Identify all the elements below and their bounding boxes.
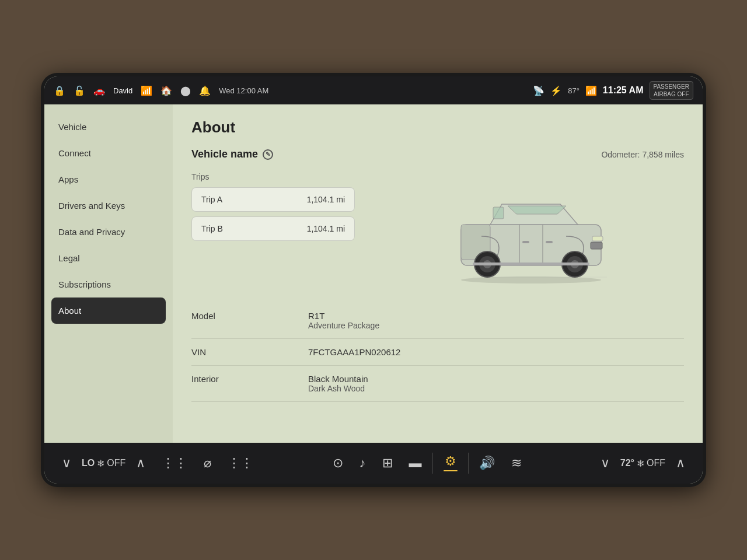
content-panel: About Vehicle name ✎ Odometer: 7,858 mil… (173, 104, 703, 443)
clock-display: 11:25 AM (603, 85, 644, 96)
unlock-icon: 🔓 (74, 85, 85, 96)
sidebar-item-legal[interactable]: Legal (44, 245, 173, 271)
svg-rect-6 (522, 241, 529, 243)
vehicle-name-row: Vehicle name ✎ Odometer: 7,858 miles (191, 148, 684, 160)
right-temp-display: 72° ❄ OFF (620, 458, 665, 469)
svg-rect-7 (546, 241, 553, 243)
edit-vehicle-name-icon[interactable]: ✎ (263, 149, 273, 160)
svg-rect-2 (493, 207, 504, 219)
vin-row: VIN 7FCTGAAA1PN020612 (191, 339, 684, 366)
divider-2 (468, 453, 469, 474)
chevron-up-left-icon: ∧ (136, 457, 145, 470)
user-name: David (113, 86, 132, 95)
trips-label: Trips (191, 172, 355, 181)
sidebar-item-vehicle[interactable]: Vehicle (44, 114, 173, 140)
screen: 🔒 🔓 🚗 David 📶 🏠 ⬤ 🔔 Wed 12:00 AM 📡 ⚡ 87°… (44, 76, 703, 484)
seat-heat-right-button[interactable]: ⋮⋮ (222, 453, 259, 473)
interior-row: Interior Black Mountain Dark Ash Wood (191, 366, 684, 402)
seat-heat-left-icon: ⋮⋮ (162, 457, 187, 470)
page-title: About (191, 118, 684, 136)
svg-rect-16 (591, 242, 602, 249)
sidebar-item-data-privacy[interactable]: Data and Privacy (44, 219, 173, 245)
bottom-bar: ∨ LO ❄ OFF ∧ ⋮⋮ ⌀ ⋮⋮ ⊙ (44, 443, 703, 484)
screen-bezel: 🔒 🔓 🚗 David 📶 🏠 ⬤ 🔔 Wed 12:00 AM 📡 ⚡ 87°… (41, 73, 706, 487)
trip-b-miles: 1,104.1 mi (307, 224, 345, 233)
airbag-badge: PASSENGERAIRBAG OFF (650, 81, 694, 100)
volume-button[interactable]: 🔊 (473, 453, 501, 473)
music-icon: ♪ (359, 457, 366, 470)
fan-icon-left: ❄ (97, 458, 104, 469)
svg-rect-15 (592, 236, 603, 241)
compass-icon: ⊙ (333, 457, 343, 470)
wifi-icon: 📶 (141, 85, 152, 96)
alexa-icon: ⬤ (180, 85, 191, 96)
trip-b-card[interactable]: Trip B 1,104.1 mi (191, 216, 355, 241)
model-label: Model (191, 311, 308, 330)
car-illustration: R (426, 172, 624, 289)
bluetooth-icon: ⚡ (550, 85, 562, 96)
temp-display: 87° (568, 86, 580, 95)
steering-heat-icon: ⌀ (204, 457, 211, 470)
passenger-heat-icon: ≋ (511, 457, 522, 470)
car-illustration-area: R (366, 172, 684, 289)
main-content: Vehicle Connect Apps Drivers and Keys Da… (44, 104, 703, 443)
steering-heat-button[interactable]: ⌀ (198, 453, 217, 473)
grid-icon: ⊞ (382, 457, 393, 470)
interior-label: Interior (191, 374, 308, 393)
seat-heat-left-button[interactable]: ⋮⋮ (156, 453, 193, 473)
sidebar-item-apps[interactable]: Apps (44, 166, 173, 192)
music-button[interactable]: ♪ (354, 453, 372, 473)
apps-button[interactable]: ⊞ (376, 453, 399, 473)
trip-a-card[interactable]: Trip A 1,104.1 mi (191, 187, 355, 212)
chevron-down-left-icon: ∨ (62, 457, 71, 470)
nav-button[interactable]: ⊙ (327, 453, 349, 473)
divider (432, 453, 433, 474)
trips-section: Trips Trip A 1,104.1 mi Trip B 1,104.1 m… (191, 172, 355, 289)
settings-button[interactable]: ⚙ (438, 452, 463, 475)
speaker-icon: 🔊 (479, 457, 495, 470)
temp-down-left-button[interactable]: ∨ (56, 453, 77, 473)
lock-icon: 🔒 (54, 85, 65, 96)
trip-a-miles: 1,104.1 mi (307, 195, 345, 204)
model-value: R1T Adventure Package (308, 311, 379, 330)
gear-icon: ⚙ (445, 455, 456, 468)
vin-label: VIN (191, 347, 308, 357)
trip-b-name: Trip B (201, 224, 223, 233)
signal-icon: 📡 (533, 85, 544, 96)
vin-value: 7FCTGAAA1PN020612 (308, 347, 400, 357)
camera-button[interactable]: ▬ (403, 453, 428, 473)
trip-a-name: Trip A (201, 195, 222, 204)
sidebar-item-about[interactable]: About (51, 298, 166, 324)
status-icons-left: 🔒 🔓 🚗 David 📶 🏠 ⬤ 🔔 Wed 12:00 AM (54, 85, 370, 96)
passenger-heat-button[interactable]: ≋ (505, 453, 528, 473)
status-icons-right: 📡 ⚡ 87° 📶 11:25 AM PASSENGERAIRBAG OFF (377, 81, 693, 100)
svg-point-18 (461, 276, 601, 284)
datetime-display: Wed 12:00 AM (219, 86, 268, 95)
temp-up-right-button[interactable]: ∧ (670, 453, 691, 473)
bell-icon: 🔔 (199, 85, 211, 96)
temp-down-right-button[interactable]: ∨ (595, 453, 616, 473)
sidebar-item-drivers-keys[interactable]: Drivers and Keys (44, 192, 173, 219)
vehicle-name-label: Vehicle name ✎ (191, 148, 273, 160)
svg-rect-17 (473, 262, 589, 265)
odometer-display: Odometer: 7,858 miles (601, 150, 684, 159)
left-temp-display: LO ❄ OFF (82, 458, 125, 469)
chevron-down-right-icon: ∨ (601, 457, 610, 470)
sidebar: Vehicle Connect Apps Drivers and Keys Da… (44, 104, 173, 443)
sidebar-item-connect[interactable]: Connect (44, 140, 173, 166)
interior-value: Black Mountain Dark Ash Wood (308, 374, 368, 393)
fan-icon-right: ❄ (637, 458, 644, 469)
car-icon: 🚗 (93, 85, 105, 96)
chevron-up-right-icon: ∧ (676, 457, 685, 470)
status-bar: 🔒 🔓 🚗 David 📶 🏠 ⬤ 🔔 Wed 12:00 AM 📡 ⚡ 87°… (44, 76, 703, 104)
trips-car-section: Trips Trip A 1,104.1 mi Trip B 1,104.1 m… (191, 172, 684, 289)
home-icon: 🏠 (160, 85, 172, 96)
seat-heat-right-icon: ⋮⋮ (228, 457, 253, 470)
temp-up-left-button[interactable]: ∧ (130, 453, 151, 473)
model-row: Model R1T Adventure Package (191, 303, 684, 339)
sidebar-item-subscriptions[interactable]: Subscriptions (44, 271, 173, 298)
camera-icon: ▬ (409, 457, 422, 470)
signal-bars-icon: 📶 (585, 85, 597, 96)
